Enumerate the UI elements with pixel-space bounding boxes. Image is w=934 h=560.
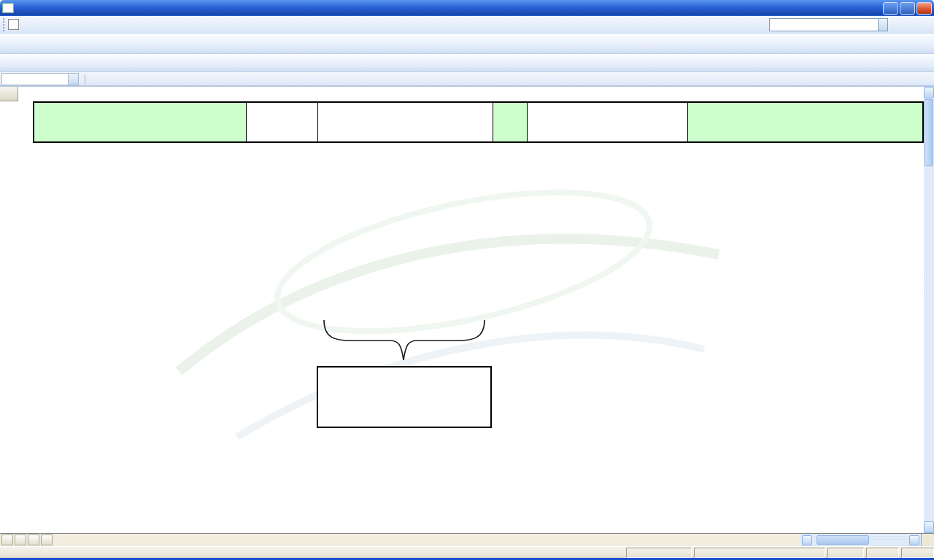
tab-scroll-last-icon[interactable] bbox=[41, 534, 53, 545]
formula-bar bbox=[0, 72, 934, 87]
scroll-up-icon[interactable] bbox=[924, 87, 934, 98]
tab-split-handle[interactable] bbox=[921, 534, 934, 546]
workbook-minimize-button[interactable] bbox=[890, 19, 903, 31]
status-bar bbox=[0, 546, 934, 558]
sheet-tab-bar bbox=[0, 533, 934, 546]
cells-area bbox=[18, 101, 924, 533]
header-sales-receipts bbox=[528, 103, 688, 141]
callout-note[interactable] bbox=[317, 366, 492, 428]
header-group-details bbox=[34, 103, 247, 141]
chevron-down-icon[interactable] bbox=[69, 73, 79, 85]
brace-shape[interactable] bbox=[317, 316, 492, 366]
help-search-input[interactable] bbox=[769, 18, 879, 31]
status-panel bbox=[626, 548, 692, 558]
row-headers bbox=[0, 101, 18, 533]
menu-bar bbox=[0, 16, 934, 34]
name-box[interactable] bbox=[1, 73, 69, 85]
worksheet bbox=[0, 87, 934, 533]
vertical-scroll-thumb[interactable] bbox=[925, 99, 933, 166]
title-bar bbox=[0, 0, 934, 16]
header-uncleared[interactable] bbox=[247, 103, 318, 141]
excel-window bbox=[0, 0, 934, 560]
horizontal-scroll-thumb[interactable] bbox=[817, 535, 869, 545]
horizontal-scrollbar[interactable] bbox=[800, 534, 921, 546]
restore-button[interactable] bbox=[900, 2, 915, 15]
status-num-lock bbox=[827, 548, 864, 558]
workbook-icon bbox=[8, 19, 19, 30]
header-vat-rate[interactable] bbox=[493, 103, 528, 141]
table-header-band bbox=[18, 101, 924, 143]
status-panel bbox=[694, 548, 825, 558]
divider bbox=[85, 74, 85, 85]
vertical-scrollbar[interactable] bbox=[924, 87, 934, 533]
status-panel bbox=[866, 548, 899, 558]
workbook-restore-button[interactable] bbox=[905, 19, 917, 31]
scroll-right-icon[interactable] bbox=[909, 535, 919, 545]
tab-scroll-next-icon[interactable] bbox=[28, 534, 39, 545]
status-panel bbox=[901, 548, 934, 558]
standard-toolbar bbox=[0, 34, 934, 54]
formatting-toolbar bbox=[0, 54, 934, 72]
callout bbox=[317, 316, 492, 428]
table-header bbox=[33, 101, 924, 143]
tab-scroll-first-icon[interactable] bbox=[1, 534, 13, 545]
sheet-body bbox=[0, 101, 924, 533]
close-button[interactable] bbox=[916, 2, 932, 15]
scroll-left-icon[interactable] bbox=[802, 535, 812, 545]
header-total-received bbox=[318, 103, 493, 141]
workbook-close-button[interactable] bbox=[919, 19, 932, 31]
tab-scroll-prev-icon[interactable] bbox=[15, 534, 26, 545]
header-other-receipts bbox=[688, 103, 922, 141]
scroll-down-icon[interactable] bbox=[924, 521, 934, 533]
toolbar-drag-handle[interactable] bbox=[3, 18, 5, 31]
excel-app-icon bbox=[2, 3, 14, 13]
watermark bbox=[150, 131, 748, 481]
col-a-spacer bbox=[18, 101, 33, 143]
chevron-down-icon[interactable] bbox=[879, 18, 888, 31]
select-all-corner[interactable] bbox=[0, 87, 18, 101]
minimize-button[interactable] bbox=[883, 2, 898, 15]
